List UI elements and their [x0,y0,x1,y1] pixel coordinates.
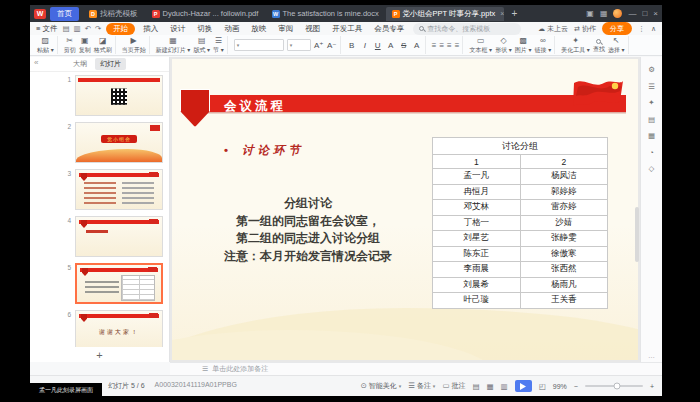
toolbar-shape-button[interactable]: ◇形状 ▾ [495,37,512,53]
media-icon[interactable]: ▦ [648,132,655,140]
toolbar-layout-button[interactable]: ▤版式 ▾ [193,37,210,53]
slide-thumbnail[interactable]: 党小组会 [75,122,163,163]
effects-icon[interactable]: ✦ [648,99,654,107]
redo-icon[interactable]: ↷ [95,24,101,33]
bold-button[interactable]: B [347,41,357,50]
font-family-select[interactable]: ▾ [234,39,284,51]
zoom-slider-knob[interactable] [613,383,620,390]
add-slide-button[interactable]: + [30,347,169,362]
font-color-button[interactable]: A [386,41,396,50]
restore-icon[interactable]: □ [642,9,647,18]
ribbon-tab-会员专享[interactable]: 会员专享 [370,23,408,35]
ribbon-tab-放映[interactable]: 放映 [247,23,270,35]
slide-thumbnail-row[interactable]: 6谢谢大家！ [30,310,169,347]
underline-button[interactable]: U [373,41,383,50]
toolbar-find-button[interactable]: 查找 [593,38,605,52]
animation-pane-icon[interactable]: ▤ [648,116,655,124]
slide-thumbnail-row[interactable]: 2党小组会 [30,122,169,169]
slide-sorter-view-icon[interactable]: ▦ [487,382,494,391]
ribbon-tab-审阅[interactable]: 审阅 [274,23,297,35]
more-menu-icon[interactable]: ⋮ [638,25,645,33]
toolbar-copy-button[interactable]: ▣复制 [79,37,91,53]
layout-switch-icon[interactable]: ▣ [586,9,594,18]
toolbar-format-painter-button[interactable]: ◪格式刷 [94,37,112,53]
print-icon[interactable]: ▥ [74,24,81,33]
ribbon-tab-开始[interactable]: 开始 [106,23,135,35]
tab-slides[interactable]: 幻灯片 [95,58,126,70]
undo-icon[interactable]: ↶ [85,24,91,33]
slide-thumbnail[interactable] [75,75,163,116]
collaborate-button[interactable]: ⇄ 协作 [574,24,596,34]
slide-thumbnail[interactable] [75,169,163,210]
current-slide[interactable]: 会议流程 •讨论环节 分组讨论 第一组的同志留在会议室， 第二组的同志进入讨论分… [172,59,638,360]
close-tab-icon[interactable]: × [500,10,503,17]
user-avatar[interactable] [613,9,622,18]
new-tab-button[interactable]: + [508,8,522,19]
align-center-icon[interactable]: ≡ [439,41,444,50]
toolbar-textbox-button[interactable]: ▭文本框 ▾ [469,37,492,53]
slide-thumbnail[interactable]: 谢谢大家！ [75,310,163,347]
align-right-icon[interactable]: ≡ [447,41,452,50]
normal-view-icon[interactable]: ▤ [472,382,479,391]
notes-toggle-button[interactable]: ☰ 备注 ▾ [408,381,435,391]
file-menu[interactable]: ≡ 文件 [36,24,57,34]
ribbon-tab-动画[interactable]: 动画 [220,23,243,35]
fit-slide-icon[interactable]: ◰ [539,382,546,391]
widgets-icon[interactable]: ▦ [600,9,608,18]
slide-thumbnail-row[interactable]: 1 [30,75,169,122]
home-tab[interactable]: 首页 [50,7,79,21]
decrease-font-icon[interactable]: A⁻ [327,41,337,50]
strikethrough-button[interactable]: S [399,41,409,50]
close-icon[interactable]: × [653,9,658,18]
outline-pane-icon[interactable]: ☰ [648,83,655,91]
align-left-icon[interactable]: ≡ [432,41,437,50]
save-icon[interactable]: ▤ [62,24,69,33]
smart-beautify-button[interactable]: ⊙ 智能美化 ▾ [361,381,402,391]
document-tab[interactable]: WThe satisfaction is mine.docx [266,7,384,20]
zoom-in-button[interactable]: + [650,383,654,390]
play-slideshow-button[interactable] [515,380,532,392]
comments-button[interactable]: ▭ 批注 [442,381,465,391]
collapse-panel-icon[interactable]: « [34,58,38,67]
font-size-select[interactable]: ▾ [287,39,311,51]
toolbar-section-button[interactable]: ☰节 ▾ [213,37,224,53]
vertical-scrollbar[interactable] [635,207,639,262]
ribbon-tab-插入[interactable]: 插入 [139,23,162,35]
notes-bar[interactable]: ☰ 单击此处添加备注 [170,362,662,375]
tab-outline[interactable]: 大纲 [73,59,87,69]
cloud-status[interactable]: ☁ 未上云 [538,24,568,34]
document-tab[interactable]: PDyduch-Hazar ... followin.pdf [146,7,264,20]
toolbar-beautify-button[interactable]: ✦美化工具 ▾ [561,37,590,53]
toolbar-paste-button[interactable]: ▨粘贴 ▾ [37,37,54,53]
color-scheme-icon[interactable]: ◔ [649,149,654,157]
increase-font-icon[interactable]: A⁺ [314,41,324,50]
slide-thumbnail-row[interactable]: 4 [30,216,169,263]
wps-logo-icon[interactable]: W [34,9,46,19]
ribbon-tab-设计[interactable]: 设计 [166,23,189,35]
ribbon-tab-视图[interactable]: 视图 [301,23,324,35]
slide-thumbnail-row[interactable]: 3 [30,169,169,216]
document-tab[interactable]: D找稻壳模板 [83,7,144,21]
zoom-percentage[interactable]: 99% [553,383,567,390]
collapse-ribbon-icon[interactable]: ∧ [651,25,656,33]
share-button[interactable]: 分享 [602,22,632,35]
slide-thumbnail-row[interactable]: 5 [30,263,169,310]
more-panels-icon[interactable]: … [648,352,655,359]
slide-thumbnail[interactable] [75,263,163,304]
zoom-slider[interactable] [585,385,643,387]
italic-button[interactable]: I [360,41,370,50]
toolbar-link-button[interactable]: ∞链接 ▾ [535,37,552,53]
slide-thumbnail[interactable] [75,216,163,257]
command-search-input[interactable]: 查找命令、搜索模板 [413,23,521,35]
toolbar-select-button[interactable]: ↖选择 ▾ [608,37,625,53]
line-spacing-icon[interactable]: ≡ [455,41,460,50]
ribbon-tab-切换[interactable]: 切换 [193,23,216,35]
zoom-out-button[interactable]: − [574,383,578,390]
toolbar-play-from-current-button[interactable]: ▶当页开始 [122,37,146,53]
properties-icon[interactable]: ⚙ [648,66,655,74]
toolbar-picture-button[interactable]: ▩图片 ▾ [515,37,532,53]
toolbar-cut-button[interactable]: ✂剪切 [64,37,76,53]
reading-view-icon[interactable]: ▥ [501,382,508,391]
ribbon-tab-开发工具[interactable]: 开发工具 [328,23,366,35]
document-tab[interactable]: P党小组会PPT 时事分享.pptx× [386,7,504,21]
